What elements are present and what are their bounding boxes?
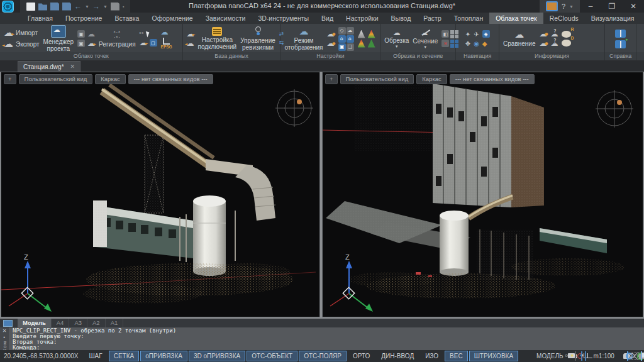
annotation-visibility-icon[interactable] [575, 351, 576, 361]
redo-dropdown-icon[interactable]: ▼ [103, 3, 108, 11]
connection-settings-button[interactable]: Настройка подключений [198, 27, 237, 50]
section-button[interactable]: Сечение ▼ [413, 28, 438, 49]
cloud-align-icon[interactable]: ☁ [140, 39, 147, 47]
home-view-2-icon[interactable]: ⌂ [347, 35, 354, 43]
linked-views-button[interactable]: --- нет связанных видов --- [450, 74, 535, 84]
redo-icon[interactable]: → [92, 3, 100, 11]
zoom-window-icon[interactable] [627, 351, 628, 361]
status-toggle[interactable]: ВЕС [445, 351, 468, 361]
nanocad-logo-icon[interactable] [2, 1, 14, 13]
ribbon-tab[interactable]: Оформление [145, 13, 199, 24]
ribbon-tab[interactable]: Топоплан [448, 13, 489, 24]
layers-icon[interactable]: ❏ [347, 43, 354, 51]
ribbon-tab[interactable]: Облака точек [489, 13, 543, 24]
help-dropdown-icon[interactable]: ▼ [569, 3, 574, 11]
viewport-left[interactable]: Z + Пользовательский вид Каркас --- нет … [1, 72, 320, 317]
fly-icon[interactable]: ✈ [474, 30, 479, 38]
ucs-dynamic-icon[interactable] [585, 351, 586, 361]
clip-button[interactable]: ☁ Обрезка ▼ [384, 29, 409, 48]
database-d-icon[interactable]: D [562, 40, 571, 47]
ribbon-tab[interactable]: Вывод [385, 13, 418, 24]
view-settings-icon[interactable]: ◈ [482, 30, 490, 38]
folder-cloud-icon[interactable]: ▣ [77, 30, 85, 38]
save-icon[interactable] [50, 3, 59, 11]
project-manager-button[interactable]: Менеджер проекта [43, 25, 74, 52]
status-toggle[interactable]: СЕТКА [109, 351, 140, 361]
ribbon-tab[interactable]: Построение [59, 13, 108, 24]
pan-nav-icon[interactable]: ✥ [465, 40, 470, 48]
walk-icon[interactable]: ✦ [465, 30, 470, 38]
status-toggle[interactable]: ДИН-ВВОД [376, 351, 419, 361]
ribbon-tab[interactable]: ReClouds [543, 13, 585, 24]
points-frame-icon[interactable]: ˣˣ [140, 31, 144, 36]
annotation-scale[interactable]: m1:100 [594, 353, 614, 359]
undo-icon[interactable]: ← [74, 3, 82, 11]
registration-button[interactable]: ˣ·ˣ·ˣ· Регистрация [99, 30, 135, 48]
compare-button[interactable]: ☁ Сравнение [503, 30, 535, 47]
help-button[interactable]: ? [562, 3, 565, 10]
ribbon-tab[interactable]: Настройки [340, 13, 385, 24]
ribbon-tab[interactable]: Визуализация [585, 13, 641, 24]
new-file-icon[interactable] [26, 3, 35, 11]
tree-classes-icon[interactable] [358, 40, 365, 48]
database-r-icon[interactable]: R [562, 31, 571, 38]
save-as-icon[interactable] [62, 3, 71, 11]
layout-tab-sheet[interactable]: A1 [106, 319, 124, 327]
layout-tab-sheet[interactable]: A3 [69, 319, 87, 327]
cloud-transfer-icon[interactable]: ☁ [87, 40, 95, 47]
cloud-geo-icon[interactable]: ☁ [161, 28, 172, 36]
command-panel-close-icon[interactable]: ✕ [3, 328, 7, 334]
home-view-icon[interactable]: ⌂ [338, 35, 346, 43]
linked-views-button[interactable]: --- нет связанных видов --- [128, 74, 213, 84]
status-toggle[interactable]: оПРИВЯЗКА [140, 351, 187, 361]
ribbon-tab[interactable]: Вид [315, 13, 340, 24]
tree-intensity-icon[interactable] [358, 30, 365, 38]
status-toggle[interactable]: ШТРИХОВКА [469, 351, 518, 361]
delete-clip-icon[interactable]: ✕ [441, 40, 449, 47]
model-space-label[interactable]: МОДЕЛЬ [536, 353, 563, 359]
viewport-plus-button[interactable]: + [325, 74, 338, 84]
minimize-button[interactable]: – [580, 0, 601, 13]
right-viewport-canvas[interactable]: Z [323, 72, 643, 317]
fullscreen-icon[interactable] [641, 351, 642, 361]
ucs-toggle-icon[interactable] [581, 351, 582, 361]
locate-icon[interactable]: ◆ [482, 40, 487, 48]
toolbox-icon[interactable] [546, 1, 558, 11]
cloud-query-2-icon[interactable]: ☁ [550, 40, 558, 47]
layout-tab-model[interactable]: Модель [18, 319, 52, 327]
status-toggle[interactable]: ИЗО [420, 351, 443, 361]
ribbon-tab[interactable]: Главная [21, 13, 59, 24]
sync-down-icon[interactable]: ⇆ [279, 39, 284, 47]
status-toggle[interactable]: ШАГ [84, 351, 107, 361]
tree-rgb-icon[interactable] [368, 40, 375, 48]
document-tab[interactable]: Станция.dwg* ✕ [18, 61, 80, 72]
import-button[interactable]: ☁ Импорт [4, 28, 40, 38]
left-viewport-canvas[interactable]: Z [1, 72, 319, 317]
viewport-right[interactable]: Z + Пользовательский вид Каркас --- нет … [322, 72, 643, 317]
document-tab-close-icon[interactable]: ✕ [70, 63, 75, 70]
ribbon-tab[interactable]: Растр [417, 13, 447, 24]
command-history[interactable]: NPC_CLIP_RECT_INV - обрезка по 2 точкам … [9, 327, 644, 350]
qat-pin-icon[interactable]: ▪ [123, 3, 124, 11]
clip-cube-icon[interactable]: ◻ [150, 39, 157, 47]
open-file-icon[interactable] [38, 3, 47, 11]
cloud-light-2-icon[interactable]: ☁ [327, 40, 335, 47]
status-toggle[interactable]: 3D оПРИВЯЗКА [189, 351, 245, 361]
layout-tab-sheet[interactable]: A4 [52, 319, 70, 327]
layout-list-icon[interactable] [3, 320, 13, 327]
cloud-point-info-icon[interactable]: ☁ [539, 30, 547, 38]
view-name-button[interactable]: Пользовательский вид [19, 74, 93, 84]
epsg-button[interactable]: EPSG [161, 38, 172, 49]
cloud-download-icon[interactable]: ☁ [187, 40, 194, 47]
visual-style-button[interactable]: Каркас [416, 74, 447, 84]
status-toggle[interactable]: ОРТО [348, 351, 375, 361]
image-plane-icon[interactable]: ▣ [338, 43, 346, 51]
status-toggle[interactable]: ОТС-ПОЛЯР [299, 351, 347, 361]
restore-button[interactable]: ❐ [601, 0, 623, 13]
layout-tab-sheet[interactable]: A2 [87, 319, 106, 327]
pick-cursor-icon[interactable] [146, 31, 150, 38]
revision-management-button[interactable]: Управление ревизиями [240, 26, 275, 51]
folder-cloud-2-icon[interactable]: ▣ [77, 40, 85, 47]
cloud-solid-icon[interactable]: ☁ [87, 30, 95, 38]
export-button[interactable]: ☁ Экспорт [4, 40, 40, 49]
